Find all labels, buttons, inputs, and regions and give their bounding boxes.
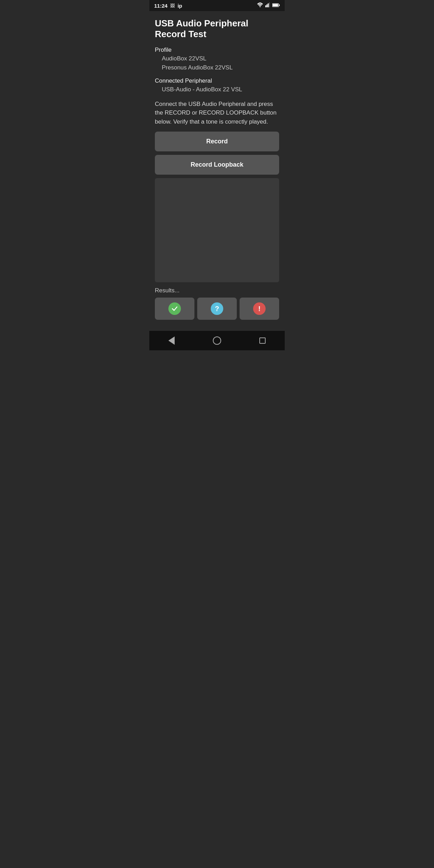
signal-icon	[265, 2, 270, 9]
battery-icon	[272, 2, 280, 9]
status-bar: 11:24 🖼 ip	[149, 0, 285, 11]
page-title: USB Audio Peripheral Record Test	[155, 18, 279, 40]
instruction-text: Connect the USB Audio Peripheral and pre…	[155, 100, 279, 126]
fail-button[interactable]: !	[240, 298, 279, 320]
nav-bar	[149, 331, 285, 350]
svg-rect-7	[273, 4, 278, 6]
output-area	[155, 178, 279, 282]
status-bar-left: 11:24 🖼 ip	[154, 3, 182, 9]
profile-line1: AudioBox 22VSL	[155, 54, 279, 63]
main-content: USB Audio Peripheral Record Test Profile…	[149, 11, 285, 331]
svg-rect-4	[269, 2, 270, 7]
home-icon	[213, 336, 221, 345]
info-icon: ?	[211, 302, 223, 315]
pass-button[interactable]	[155, 298, 194, 320]
status-bar-right	[257, 2, 280, 9]
svg-rect-2	[267, 5, 268, 7]
info-button[interactable]: ?	[197, 298, 237, 320]
profile-section: Profile AudioBox 22VSL Presonus AudioBox…	[155, 47, 279, 72]
back-icon	[168, 336, 175, 345]
recent-icon	[259, 337, 266, 344]
svg-point-0	[260, 7, 260, 7]
record-loopback-button[interactable]: Record Loopback	[155, 155, 279, 175]
connected-peripheral-value: USB-Audio - AudioBox 22 VSL	[155, 85, 279, 94]
recent-button[interactable]	[257, 335, 268, 347]
profile-label: Profile	[155, 47, 279, 53]
svg-rect-1	[265, 5, 266, 7]
home-button[interactable]	[210, 334, 224, 348]
back-button[interactable]	[166, 334, 177, 348]
time-display: 11:24	[154, 3, 167, 9]
profile-line2: Presonus AudioBox 22VSL	[155, 63, 279, 72]
record-button[interactable]: Record	[155, 132, 279, 151]
fail-icon: !	[253, 302, 266, 315]
pass-icon	[168, 302, 181, 315]
result-buttons: ? !	[155, 298, 279, 320]
svg-rect-3	[268, 3, 269, 7]
results-label: Results...	[155, 287, 279, 294]
wifi-icon	[257, 2, 263, 9]
svg-rect-6	[279, 5, 279, 6]
connected-peripheral-label: Connected Peripheral	[155, 77, 279, 84]
connected-peripheral-section: Connected Peripheral USB-Audio - AudioBo…	[155, 77, 279, 94]
image-icon: 🖼	[170, 3, 175, 8]
ip-label: ip	[177, 3, 182, 9]
